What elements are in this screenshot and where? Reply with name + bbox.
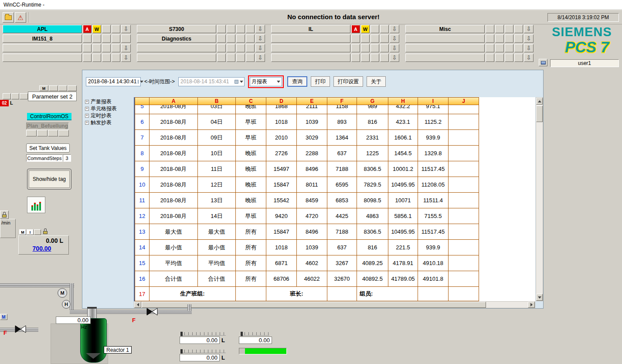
query-button[interactable]: 查询 xyxy=(287,76,307,87)
nav-button-empty[interactable] xyxy=(271,44,350,52)
alarm-button[interactable]: ⚠ xyxy=(15,12,26,23)
nav-button-empty[interactable] xyxy=(137,44,216,52)
grid-col-header[interactable]: B xyxy=(198,97,236,105)
vscroll-thumb[interactable] xyxy=(536,105,543,122)
nav-small-button[interactable] xyxy=(246,25,255,33)
nav-small-button[interactable] xyxy=(236,54,245,62)
level-setpoint[interactable]: 700.00 xyxy=(20,245,63,252)
nav-small-button[interactable] xyxy=(112,44,120,52)
nav-small-button[interactable] xyxy=(351,54,360,62)
about-button[interactable]: 关于 xyxy=(367,76,386,87)
nav-small-button[interactable] xyxy=(380,34,389,43)
grid-col-header[interactable]: J xyxy=(449,97,479,105)
nav-small-button[interactable] xyxy=(236,44,245,52)
mini-button[interactable] xyxy=(48,130,58,136)
nav-small-button[interactable] xyxy=(236,34,245,43)
nav-small-button[interactable] xyxy=(505,34,513,43)
tree-item-3[interactable]: +定时抄表 xyxy=(85,112,133,119)
nav-small-button[interactable] xyxy=(495,25,504,33)
date-to-picker[interactable]: 2018-08-14 15:43:41 xyxy=(178,77,245,86)
dosing2-value[interactable]: 0.00 xyxy=(180,354,220,361)
nav-expand-button[interactable]: ⇩ xyxy=(121,44,131,52)
motor-mini-button[interactable]: M xyxy=(39,85,48,91)
set-tank-values-button[interactable]: Set Tank Values xyxy=(26,143,70,153)
mini-button[interactable] xyxy=(58,85,68,91)
nav-button-empty[interactable] xyxy=(3,44,82,52)
mini-button[interactable] xyxy=(58,130,69,136)
nav-small-button[interactable] xyxy=(92,44,101,52)
nav-button-empty[interactable] xyxy=(405,34,485,43)
nav-small-button[interactable] xyxy=(102,44,111,52)
nav-small-button[interactable] xyxy=(246,34,255,43)
nav-small-button[interactable] xyxy=(370,34,379,43)
mini-button[interactable] xyxy=(34,229,41,235)
nav-small-button[interactable] xyxy=(514,44,523,52)
print-setup-button[interactable]: 打印设置 xyxy=(333,76,363,87)
nav-small-button[interactable] xyxy=(92,34,101,43)
report-type-select[interactable]: 月报表 xyxy=(250,77,282,86)
dosing-slider[interactable] xyxy=(180,332,226,336)
grid-col-header[interactable]: E xyxy=(297,97,327,105)
tree-item-1[interactable]: +产量报表 xyxy=(85,98,133,105)
grid-col-header[interactable]: A xyxy=(150,97,198,105)
nav-button-diagnostics[interactable]: Diagnostics xyxy=(137,34,216,43)
mini-button[interactable] xyxy=(68,85,77,91)
frequency-value[interactable]: 0.00 xyxy=(56,316,91,324)
trend-button[interactable] xyxy=(27,197,45,213)
mini-button[interactable] xyxy=(37,130,48,136)
nav-small-button[interactable] xyxy=(380,25,389,33)
nav-small-button[interactable] xyxy=(236,25,245,33)
grid-col-header[interactable]: H xyxy=(388,97,418,105)
nav-small-button[interactable] xyxy=(217,54,226,62)
nav-small-button[interactable] xyxy=(505,44,513,52)
nav-small-button[interactable] xyxy=(83,34,92,43)
nav-expand-button[interactable]: ⇩ xyxy=(390,44,399,52)
nav-small-button[interactable] xyxy=(351,34,360,43)
nav-button-empty[interactable] xyxy=(3,54,82,62)
nav-small-button[interactable] xyxy=(112,25,120,33)
aux-slider[interactable] xyxy=(241,332,269,336)
nav-button-empty[interactable] xyxy=(405,54,485,62)
nav-small-button[interactable] xyxy=(83,54,92,62)
nav-small-button[interactable] xyxy=(112,54,120,62)
nav-small-button[interactable] xyxy=(505,25,513,33)
nav-small-button[interactable] xyxy=(486,44,494,52)
valve-icon[interactable] xyxy=(146,308,158,316)
tree-expander-icon[interactable]: + xyxy=(85,107,89,111)
print-button[interactable]: 打印 xyxy=(311,76,330,87)
nav-expand-button[interactable]: ⇩ xyxy=(390,25,399,33)
dosing1-value[interactable]: 0.00 xyxy=(180,337,220,344)
mini-button[interactable] xyxy=(26,130,37,136)
aux-value[interactable]: 0.00 xyxy=(239,337,272,344)
tree-item-4[interactable]: +触发抄表 xyxy=(85,119,133,126)
alarm-badge-a[interactable]: A xyxy=(83,25,92,33)
nav-button-empty[interactable] xyxy=(405,44,485,52)
nav-small-button[interactable] xyxy=(112,34,120,43)
nav-small-button[interactable] xyxy=(495,44,504,52)
nav-expand-button[interactable]: ⇩ xyxy=(121,25,131,33)
nav-small-button[interactable] xyxy=(486,34,494,43)
nav-button-il[interactable]: IL xyxy=(271,25,350,33)
nav-small-button[interactable] xyxy=(361,54,370,62)
nav-small-button[interactable] xyxy=(505,54,513,62)
nav-small-button[interactable] xyxy=(514,54,523,62)
nav-button-misc[interactable]: Misc xyxy=(405,25,485,33)
nav-small-button[interactable] xyxy=(514,25,523,33)
date-from-picker[interactable]: 2018-08-14 14:30:41 xyxy=(86,77,141,86)
nav-small-button[interactable] xyxy=(92,54,101,62)
nav-small-button[interactable] xyxy=(217,25,226,33)
nav-small-button[interactable] xyxy=(102,34,111,43)
nav-small-button[interactable] xyxy=(217,34,226,43)
grid-col-header[interactable]: I xyxy=(418,97,449,105)
nav-button-im151-8[interactable]: IM151_8 xyxy=(3,34,82,43)
control-room-link[interactable]: ControlRoomOS xyxy=(27,113,71,120)
nav-button-apl[interactable]: APL xyxy=(3,25,82,33)
grid-col-header[interactable]: G xyxy=(357,97,388,105)
nav-small-button[interactable] xyxy=(227,54,235,62)
nav-expand-button[interactable]: ⇩ xyxy=(390,34,399,43)
nav-small-button[interactable] xyxy=(217,44,226,52)
hand-valve-indicator[interactable]: H xyxy=(62,300,71,309)
nav-small-button[interactable] xyxy=(370,25,379,33)
nav-expand-button[interactable]: ⇩ xyxy=(524,34,534,43)
nav-expand-button[interactable]: ⇩ xyxy=(121,54,131,62)
